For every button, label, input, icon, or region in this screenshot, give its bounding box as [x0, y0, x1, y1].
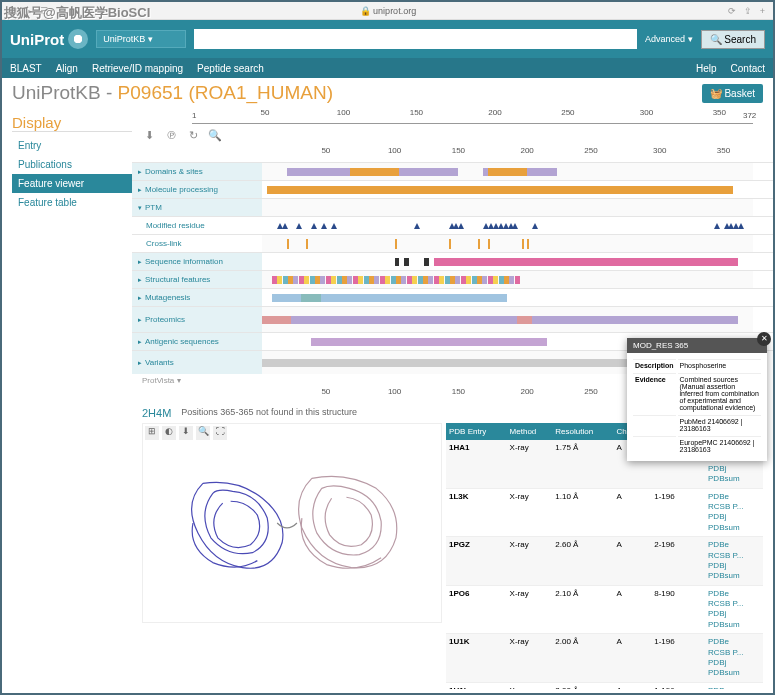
- track-label-1[interactable]: Molecule processing: [132, 181, 262, 198]
- track-label-9[interactable]: Antigenic sequences: [132, 333, 262, 350]
- nav-blast[interactable]: BLAST: [10, 63, 42, 74]
- more-icon[interactable]: +: [760, 6, 765, 16]
- mol-tool-3[interactable]: ⬇: [179, 426, 193, 440]
- track-canvas-5[interactable]: [262, 253, 753, 270]
- lock-icon: 🔒: [360, 6, 371, 16]
- refresh-icon[interactable]: ↻: [186, 128, 200, 142]
- search-input[interactable]: [194, 29, 637, 49]
- track-canvas-1[interactable]: [262, 181, 753, 198]
- table-row[interactable]: 1U1KX-ray2.00 ÅA1-196PDBeRCSB P...PDBjPD…: [446, 634, 763, 683]
- nav-peptide[interactable]: Peptide search: [197, 63, 264, 74]
- structure-msg: Positions 365-365 not found in this stru…: [181, 407, 357, 419]
- table-row[interactable]: 1PGZX-ray2.60 ÅA2-196PDBeRCSB P...PDBjPD…: [446, 537, 763, 586]
- track-label-8[interactable]: Proteomics: [132, 307, 262, 332]
- sidebar: Display Entry Publications Feature viewe…: [2, 108, 132, 689]
- toolbar: ⬇ ℗ ↻ 🔍: [132, 124, 773, 146]
- share-icon[interactable]: ⇪: [744, 6, 752, 16]
- track-canvas-0[interactable]: [262, 163, 753, 180]
- nav-retrieve[interactable]: Retrieve/ID mapping: [92, 63, 183, 74]
- track-label-3[interactable]: Modified residue: [132, 217, 262, 234]
- track-canvas-8[interactable]: [262, 307, 753, 332]
- sidebar-heading: Display: [12, 114, 132, 132]
- mol-tool-5[interactable]: ⛶: [213, 426, 227, 440]
- popup-title: MOD_RES 365✕: [627, 338, 767, 353]
- track-label-10[interactable]: Variants: [132, 351, 262, 374]
- sidebar-item-feature-table[interactable]: Feature table: [12, 193, 132, 212]
- db-select[interactable]: UniProtKB ▾: [96, 30, 186, 48]
- tooltip-popup: MOD_RES 365✕ DescriptionPhosphoserineEvi…: [627, 338, 767, 461]
- sidebar-item-publications[interactable]: Publications: [12, 155, 132, 174]
- content: 50100150200250300350372 ⬇ ℗ ↻ 🔍 50100150…: [132, 108, 773, 689]
- nav-help[interactable]: Help: [696, 63, 717, 74]
- search-button[interactable]: 🔍 Search: [701, 30, 765, 49]
- zoom-icon[interactable]: 🔍: [208, 128, 222, 142]
- advanced-link[interactable]: Advanced ▾: [645, 34, 693, 44]
- basket-button[interactable]: 🧺 Basket: [702, 84, 763, 103]
- reload-icon[interactable]: ⟳: [728, 6, 736, 16]
- track-canvas-6[interactable]: [262, 271, 753, 288]
- pdb-header[interactable]: Method: [507, 423, 553, 440]
- mol-tool-1[interactable]: ⊞: [145, 426, 159, 440]
- secondary-nav: BLAST Align Retrieve/ID mapping Peptide …: [2, 58, 773, 78]
- track-label-6[interactable]: Structural features: [132, 271, 262, 288]
- close-icon[interactable]: ✕: [757, 332, 771, 346]
- page-title: UniProtKB - P09651 (ROA1_HUMAN): [12, 82, 333, 104]
- track-label-2[interactable]: PTM: [132, 199, 262, 216]
- table-row[interactable]: 1U1LX-ray2.00 ÅA1-196PDBe: [446, 682, 763, 689]
- structure-id[interactable]: 2H4M: [142, 407, 171, 419]
- track-label-0[interactable]: Domains & sites: [132, 163, 262, 180]
- sidebar-item-entry[interactable]: Entry: [12, 136, 132, 155]
- table-row[interactable]: 1PO6X-ray2.10 ÅA8-190PDBeRCSB P...PDBjPD…: [446, 585, 763, 634]
- header: UniProt UniProtKB ▾ Advanced ▾ 🔍 Search: [2, 20, 773, 58]
- nav-align[interactable]: Align: [56, 63, 78, 74]
- table-row[interactable]: 1L3KX-ray1.10 ÅA1-196PDBeRCSB P...PDBjPD…: [446, 488, 763, 537]
- logo-icon: [68, 29, 88, 49]
- sidebar-item-feature-viewer[interactable]: Feature viewer: [12, 174, 132, 193]
- track-canvas-7[interactable]: [262, 289, 753, 306]
- mol-tool-2[interactable]: ◐: [162, 426, 176, 440]
- pdb-header[interactable]: Resolution: [552, 423, 613, 440]
- track-label-4[interactable]: Cross-link: [132, 235, 262, 252]
- ruler-detail: 50100150200250300350: [262, 146, 753, 162]
- pdb-header[interactable]: PDB Entry: [446, 423, 507, 440]
- track-canvas-2[interactable]: [262, 199, 753, 216]
- logo[interactable]: UniProt: [10, 29, 88, 49]
- mol-tool-4[interactable]: 🔍: [196, 426, 210, 440]
- track-canvas-3[interactable]: [262, 217, 753, 234]
- nav-contact[interactable]: Contact: [731, 63, 765, 74]
- track-label-5[interactable]: Sequence information: [132, 253, 262, 270]
- track-label-7[interactable]: Mutagenesis: [132, 289, 262, 306]
- pdb-table: PDB EntryMethodResolutionChainPositionsL…: [446, 423, 763, 689]
- url-bar[interactable]: 🔒 uniprot.org: [54, 6, 722, 16]
- molecule-svg: [143, 424, 441, 622]
- track-canvas-4[interactable]: [262, 235, 753, 252]
- watermark: 搜狐号@高帆医学BioSCI: [4, 4, 150, 22]
- structure-viewer[interactable]: ⊞◐⬇🔍⛶: [142, 423, 442, 623]
- link-icon[interactable]: ℗: [164, 128, 178, 142]
- download-icon[interactable]: ⬇: [142, 128, 156, 142]
- ruler-overview[interactable]: 50100150200250300350372: [192, 108, 753, 124]
